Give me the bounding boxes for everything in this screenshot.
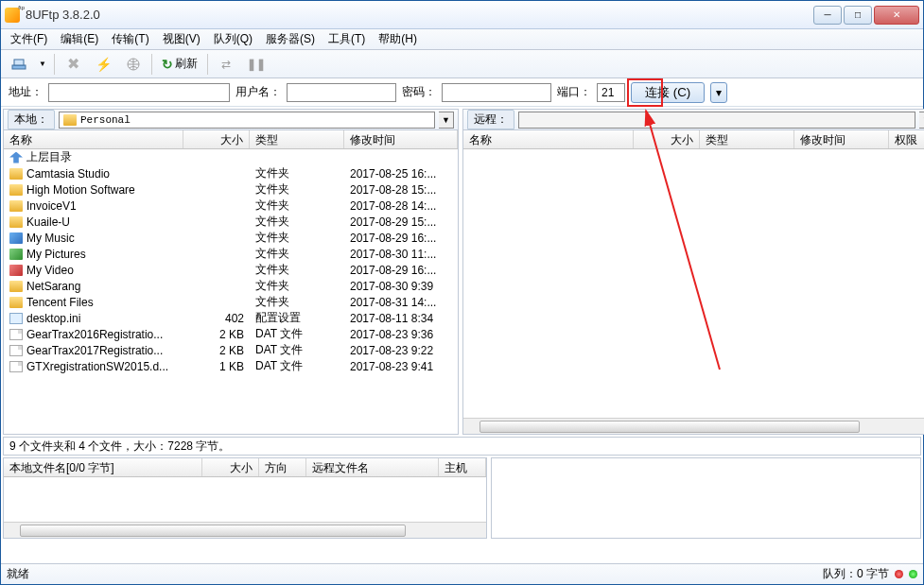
col-perm[interactable]: 权限	[889, 130, 924, 148]
minimize-button[interactable]: ─	[813, 6, 842, 25]
summary-text: 9 个文件夹和 4 个文件，大小：7228 字节。	[9, 439, 230, 455]
file-row[interactable]: GTXregistrationSW2015.d...1 KBDAT 文件2017…	[4, 358, 458, 374]
file-name: GearTrax2016Registratio...	[26, 328, 163, 341]
qcol-file[interactable]: 本地文件名[0/0 字节]	[4, 458, 202, 476]
col-type[interactable]: 类型	[700, 130, 794, 148]
password-input[interactable]	[442, 83, 551, 102]
file-date: 2017-08-23 9:22	[344, 344, 458, 357]
qcol-remote[interactable]: 远程文件名	[306, 458, 439, 476]
col-date[interactable]: 修改时间	[794, 130, 889, 148]
qcol-host[interactable]: 主机	[439, 458, 486, 476]
file-name: Tencent Files	[26, 296, 94, 309]
file-row[interactable]: GearTrax2016Registratio...2 KBDAT 文件2017…	[4, 326, 458, 342]
globe-icon[interactable]	[121, 53, 146, 76]
port-input[interactable]	[597, 83, 625, 102]
file-size: 1 KB	[183, 360, 250, 373]
file-type: 文件夹	[250, 294, 344, 310]
status-ready: 就绪	[7, 566, 29, 582]
connect-dropdown[interactable]: ▾	[710, 82, 727, 103]
close-button[interactable]: ✕	[874, 6, 919, 25]
quick-connect-icon[interactable]: ⚡	[91, 53, 115, 76]
file-row[interactable]: desktop.ini402配置设置2017-08-11 8:34	[4, 310, 458, 326]
connect-button[interactable]: 连接 (C)	[631, 82, 705, 103]
menu-item[interactable]: 队列(Q)	[208, 29, 258, 49]
qcol-size[interactable]: 大小	[202, 458, 259, 476]
file-type: 文件夹	[250, 198, 344, 214]
file-row[interactable]: NetSarang文件夹2017-08-30 9:39	[4, 278, 458, 294]
file-name: My Video	[26, 264, 74, 277]
qcol-dir[interactable]: 方向	[259, 458, 306, 476]
file-row[interactable]: My Pictures文件夹2017-08-30 11:...	[4, 246, 458, 262]
file-name: High Motion Software	[26, 183, 135, 197]
menu-item[interactable]: 服务器(S)	[260, 29, 321, 49]
menu-item[interactable]: 视图(V)	[157, 29, 206, 49]
file-row[interactable]: InvoiceV1文件夹2017-08-28 14:...	[4, 198, 458, 214]
file-row[interactable]: High Motion Software文件夹2017-08-28 15:...	[4, 181, 458, 198]
file-date: 2017-08-11 8:34	[344, 312, 458, 325]
address-input[interactable]	[48, 83, 230, 102]
file-date: 2017-08-25 16:...	[344, 167, 458, 181]
file-name: 上层目录	[26, 149, 72, 165]
file-name: My Music	[26, 232, 75, 245]
remote-file-list[interactable]	[463, 149, 924, 418]
disconnect-icon[interactable]: ✖	[61, 53, 85, 76]
file-row[interactable]: My Music文件夹2017-08-29 16:...	[4, 230, 458, 246]
file-type: 文件夹	[250, 246, 344, 262]
remote-path-dropdown[interactable]: ▼	[919, 112, 924, 129]
remote-hscroll[interactable]	[463, 418, 924, 434]
status-queue: 队列：0 字节	[823, 566, 889, 582]
file-icon	[9, 329, 23, 340]
maximize-button[interactable]: □	[844, 6, 872, 25]
username-label: 用户名：	[235, 84, 281, 100]
col-type[interactable]: 类型	[250, 130, 344, 148]
file-name: NetSarang	[26, 280, 80, 293]
file-name: desktop.ini	[26, 312, 80, 325]
menu-item[interactable]: 文件(F)	[5, 29, 53, 49]
col-date[interactable]: 修改时间	[344, 130, 458, 148]
file-date: 2017-08-31 14:...	[344, 296, 458, 309]
remote-path-field[interactable]	[518, 112, 915, 129]
queue-body[interactable]	[4, 477, 486, 522]
menu-item[interactable]: 编辑(E)	[55, 29, 104, 49]
file-row[interactable]: Tencent Files文件夹2017-08-31 14:...	[4, 294, 458, 310]
file-row[interactable]: Camtasia Studio文件夹2017-08-25 16:...	[4, 165, 458, 181]
col-size[interactable]: 大小	[183, 130, 250, 148]
refresh-button[interactable]: ↻刷新	[158, 53, 201, 76]
local-file-list[interactable]: 上层目录Camtasia Studio文件夹2017-08-25 16:...H…	[4, 149, 458, 434]
svg-rect-1	[14, 60, 24, 65]
file-date: 2017-08-29 15:...	[344, 215, 458, 229]
app-icon	[5, 8, 20, 23]
up-icon	[9, 152, 23, 163]
file-date: 2017-08-29 16:...	[344, 264, 458, 277]
local-label: 本地：	[8, 110, 55, 129]
file-type: DAT 文件	[250, 326, 344, 342]
file-row[interactable]: Kuaile-U文件夹2017-08-29 15:...	[4, 214, 458, 230]
col-name[interactable]: 名称	[463, 130, 634, 148]
col-size[interactable]: 大小	[634, 130, 700, 148]
file-row[interactable]: 上层目录	[4, 149, 458, 165]
file-size: 2 KB	[183, 344, 250, 357]
file-row[interactable]: My Video文件夹2017-08-29 16:...	[4, 262, 458, 278]
queue-hscroll[interactable]	[4, 522, 486, 538]
local-pane: 本地： Personal ▼ 名称 大小 类型 修改时间 上层目录Camtasi…	[3, 109, 459, 435]
pause-icon[interactable]: ❚❚	[244, 53, 269, 76]
password-label: 密码：	[402, 84, 436, 100]
titlebar: 8UFtp 3.8.2.0 ─ □ ✕	[1, 1, 923, 29]
local-path-field[interactable]: Personal	[59, 112, 435, 129]
menu-item[interactable]: 帮助(H)	[373, 29, 423, 49]
connect-icon[interactable]	[7, 53, 31, 76]
connect-dropdown-icon[interactable]: ▼	[37, 53, 48, 76]
menu-item[interactable]: 工具(T)	[323, 29, 371, 49]
log-body[interactable]	[492, 458, 920, 538]
col-name[interactable]: 名称	[4, 130, 183, 148]
username-input[interactable]	[287, 83, 396, 102]
local-path-dropdown[interactable]: ▼	[439, 112, 454, 129]
address-label: 地址：	[9, 84, 43, 100]
transfer-icon[interactable]: ⇄	[214, 53, 238, 76]
file-type: 文件夹	[250, 214, 344, 230]
file-name: InvoiceV1	[26, 199, 77, 213]
folder-icon	[9, 184, 23, 196]
file-type: 文件夹	[250, 181, 344, 198]
menu-item[interactable]: 传输(T)	[106, 29, 154, 49]
file-row[interactable]: GearTrax2017Registratio...2 KBDAT 文件2017…	[4, 342, 458, 358]
